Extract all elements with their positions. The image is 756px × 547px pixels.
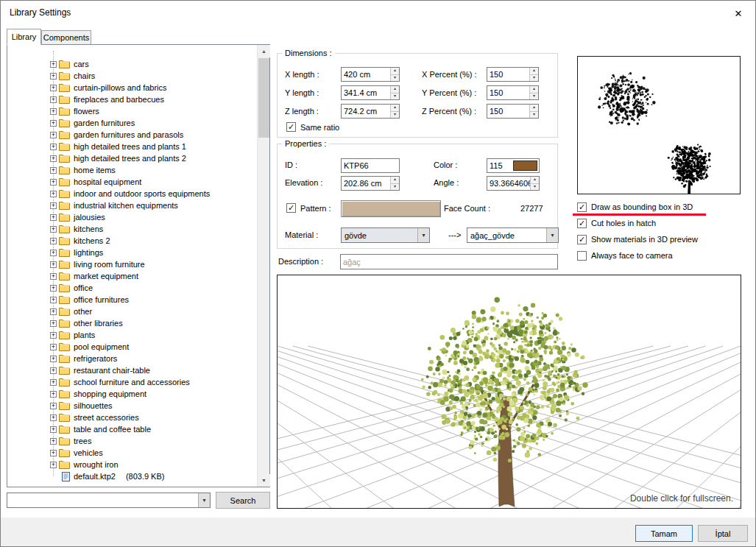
tree-item[interactable]: +hospital equipment [8,176,257,188]
expand-plus-icon[interactable]: + [50,214,57,221]
tree-item[interactable]: +other libraries [8,317,257,329]
search-combobox[interactable]: ▾ [7,493,211,508]
ok-button[interactable]: Tamam [635,525,693,542]
expand-plus-icon[interactable]: + [50,426,57,433]
expand-plus-icon[interactable]: + [50,391,57,398]
tree-item[interactable]: +chairs [8,70,257,82]
spin-down-icon[interactable]: ▾ [530,74,538,82]
search-button[interactable]: Search [216,492,270,509]
option-row[interactable]: Always face to camera [577,247,746,264]
spin-down-icon[interactable]: ▾ [391,74,399,82]
material-source-dropdown-button[interactable]: ▾ [417,228,429,242]
expand-plus-icon[interactable]: + [50,144,57,150]
scrollbar-up-button[interactable]: ▲ [258,45,270,57]
tree-item[interactable]: +market equipment [8,270,257,282]
expand-plus-icon[interactable]: + [50,308,57,315]
spin-up-icon[interactable]: ▴ [530,86,538,93]
checkbox-icon[interactable] [577,251,587,261]
tree-item[interactable]: +jalousies [8,211,257,223]
spin-up-icon[interactable]: ▴ [391,86,399,93]
z-length-field[interactable]: 724.2 cm ▴▾ [341,104,400,119]
option-row[interactable]: ✓Draw as bounding box in 3D [577,199,746,215]
expand-plus-icon[interactable]: + [50,238,57,244]
expand-plus-icon[interactable]: + [50,273,57,280]
description-field[interactable]: ağaç [340,254,558,269]
expand-plus-icon[interactable]: + [50,85,57,91]
expand-plus-icon[interactable]: + [50,332,57,339]
spin-down-icon[interactable]: ▾ [530,111,538,119]
tree-item[interactable]: +trees [8,435,257,447]
id-field[interactable]: KTP66 [341,158,400,173]
spin-up-icon[interactable]: ▴ [530,105,538,111]
tree-item[interactable]: +vehicles [8,447,257,459]
expand-plus-icon[interactable]: + [50,226,57,233]
material-target-dropdown-button[interactable]: ▾ [546,228,558,242]
tree-item[interactable]: +garden furnitures and parasols [8,129,257,141]
tree-item[interactable]: +pool equipment [8,341,257,353]
tree-item[interactable]: +cars [8,58,257,70]
material-source-dropdown[interactable]: gövde ▾ [341,227,430,243]
tab-library[interactable]: Library [7,29,41,45]
expand-plus-icon[interactable]: + [50,261,57,268]
color-field[interactable]: 115 [487,158,540,173]
tree-item[interactable]: +office furnitures [8,294,257,306]
expand-plus-icon[interactable]: + [50,120,57,127]
expand-plus-icon[interactable]: + [50,450,57,456]
expand-plus-icon[interactable]: + [50,367,57,374]
elevation-spinner[interactable]: ▴▾ [390,177,399,190]
checkbox-icon[interactable]: ✓ [577,219,587,228]
angle-field[interactable]: 93.36646066 ▴▾ [487,176,540,191]
expand-plus-icon[interactable]: + [50,356,57,362]
tree-item[interactable]: +curtain-pillows and fabrics [8,82,257,93]
tree-item[interactable]: +home items [8,164,257,176]
same-ratio-checkbox[interactable]: ✓ [286,122,296,132]
tree-scrollbar[interactable]: ▲ ▼ [257,45,269,487]
tree-item[interactable]: +lightings [8,247,257,258]
checkbox-icon[interactable]: ✓ [577,235,587,244]
tree-item[interactable]: +street accessories [8,412,257,423]
spin-up-icon[interactable]: ▴ [391,177,399,183]
pattern-checkbox[interactable]: ✓ [286,203,296,213]
expand-plus-icon[interactable]: + [50,61,57,68]
tree-item[interactable]: +flowers [8,105,257,117]
option-row[interactable]: ✓Show materials in 3D preview [577,231,746,247]
expand-plus-icon[interactable]: + [50,462,57,468]
tree-item[interactable]: +silhouettes [8,400,257,412]
tree-item[interactable]: +office [8,282,257,294]
pattern-swatch-button[interactable] [341,200,441,217]
spin-up-icon[interactable]: ▴ [531,177,539,183]
checkbox-icon[interactable]: ✓ [577,202,587,212]
spin-down-icon[interactable]: ▾ [531,183,539,191]
spin-up-icon[interactable]: ▴ [391,105,399,111]
z-percent-spinner[interactable]: ▴▾ [529,105,538,118]
y-length-spinner[interactable]: ▴▾ [390,86,399,99]
tree-item[interactable]: +kitchens 2 [8,235,257,247]
material-target-dropdown[interactable]: ağaç_gövde ▾ [467,227,559,243]
spin-up-icon[interactable]: ▴ [530,68,538,74]
y-percent-field[interactable]: 150 ▴▾ [487,85,539,100]
expand-plus-icon[interactable]: + [50,202,57,209]
tree-item[interactable]: +school furniture and accessories [8,376,257,388]
tree-item[interactable]: +plants [8,329,257,341]
spin-down-icon[interactable]: ▾ [391,111,399,119]
expand-plus-icon[interactable]: + [50,403,57,409]
tree-item[interactable]: +living room furniture [8,258,257,270]
expand-plus-icon[interactable]: + [50,132,57,138]
expand-plus-icon[interactable]: + [50,108,57,115]
x-percent-field[interactable]: 150 ▴▾ [487,67,539,82]
expand-plus-icon[interactable]: + [50,73,57,80]
expand-plus-icon[interactable]: + [50,191,57,197]
expand-plus-icon[interactable]: + [50,285,57,292]
tree-item[interactable]: +kitchens [8,223,257,235]
color-swatch[interactable] [513,160,537,171]
expand-plus-icon[interactable]: + [50,379,57,386]
tree-item[interactable]: +indoor and outdoor sports equipments [8,188,257,200]
spin-down-icon[interactable]: ▾ [391,183,399,191]
tree-item[interactable]: +garden furnitures [8,117,257,129]
scrollbar-thumb[interactable] [258,58,269,138]
expand-plus-icon[interactable]: + [50,320,57,327]
z-percent-field[interactable]: 150 ▴▾ [487,104,539,119]
tree-item-file[interactable]: default.ktp2(803.9 KB) [8,470,257,482]
scrollbar-down-button[interactable]: ▼ [258,474,270,487]
close-button[interactable]: ✕ [730,6,746,21]
